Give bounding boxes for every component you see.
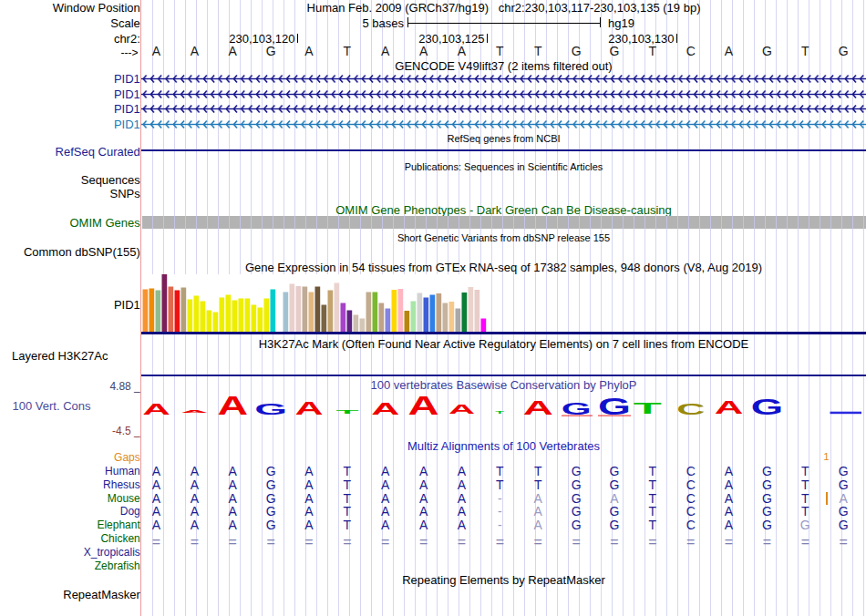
svg-text:A: A (715, 396, 744, 417)
svg-text:A: A (217, 390, 248, 420)
svg-text:A: A (294, 398, 323, 418)
svg-text:A: A (371, 399, 399, 418)
svg-text:G: G (254, 401, 287, 417)
svg-text:A: A (142, 401, 170, 417)
svg-text:A: A (408, 391, 439, 420)
svg-text:G: G (751, 395, 783, 420)
svg-text:A: A (523, 396, 553, 418)
svg-text:T: T (634, 401, 662, 417)
svg-text:T: T (495, 410, 505, 415)
svg-text:C: C (676, 401, 705, 418)
svg-text:A: A (448, 402, 475, 416)
svg-text:T: T (335, 408, 358, 415)
svg-text:A: A (180, 410, 208, 414)
